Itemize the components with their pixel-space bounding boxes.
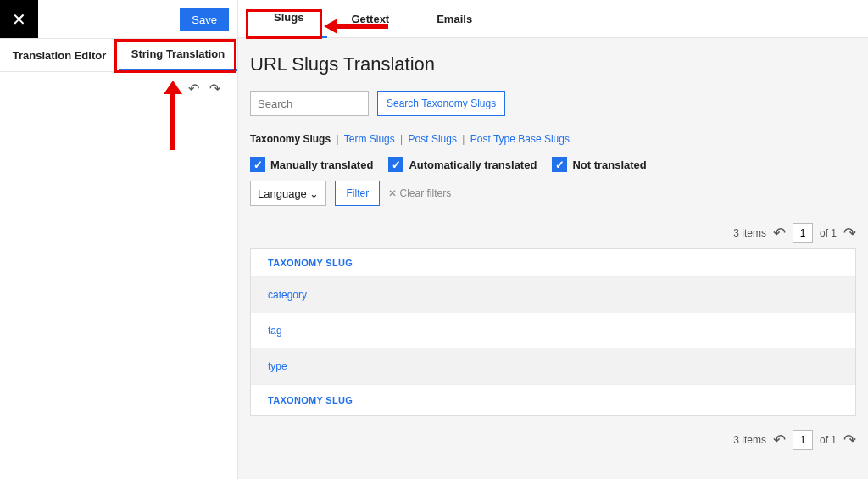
subnav-taxonomy-slugs[interactable]: Taxonomy Slugs xyxy=(250,133,331,145)
clear-filters[interactable]: ✕ Clear filters xyxy=(388,187,451,199)
redo-icon[interactable]: ↷ xyxy=(209,81,220,97)
slug-type-subnav: Taxonomy Slugs | Term Slugs | Post Slugs… xyxy=(250,133,856,145)
right-panel: Slugs Gettext Emails URL Slugs Translati… xyxy=(238,0,868,479)
top-tabs: Slugs Gettext Emails xyxy=(238,0,868,38)
filter-button[interactable]: Filter xyxy=(335,181,380,206)
checkbox-icon xyxy=(388,157,403,172)
pager-prev-icon[interactable]: ↶ xyxy=(773,224,786,242)
table-footer: TAXONOMY SLUG xyxy=(251,384,855,415)
search-input[interactable] xyxy=(250,91,369,116)
table-row[interactable]: type xyxy=(251,348,855,384)
subnav-post-type-base-slugs[interactable]: Post Type Base Slugs xyxy=(470,133,570,145)
undo-redo-group: ↶ ↷ xyxy=(188,81,220,97)
pager-bottom: 3 items ↶ of 1 ↷ xyxy=(250,430,856,450)
pager-page-input[interactable] xyxy=(793,223,813,243)
language-select[interactable]: Language ⌄ xyxy=(250,181,326,206)
save-button[interactable]: Save xyxy=(180,8,229,31)
main-area: URL Slugs Translation Search Taxonomy Sl… xyxy=(238,38,868,479)
subnav-post-slugs[interactable]: Post Slugs xyxy=(409,133,457,145)
close-icon: ✕ xyxy=(388,187,397,199)
check-not-translated[interactable]: Not translated xyxy=(552,157,646,172)
checkbox-icon xyxy=(552,157,567,172)
table-header: TAXONOMY SLUG xyxy=(251,249,855,277)
close-icon: ✕ xyxy=(12,9,26,30)
left-tabs: Translation Editor String Translation xyxy=(0,38,237,72)
top-tab-emails[interactable]: Emails xyxy=(413,0,496,38)
pager-next-icon[interactable]: ↷ xyxy=(843,431,856,449)
slug-table: TAXONOMY SLUG category tag type TAXONOMY… xyxy=(250,248,856,416)
table-row[interactable]: category xyxy=(251,277,855,313)
close-button[interactable]: ✕ xyxy=(0,0,38,38)
undo-icon[interactable]: ↶ xyxy=(188,81,199,97)
pager-prev-icon[interactable]: ↶ xyxy=(773,431,786,449)
search-taxonomy-button[interactable]: Search Taxonomy Slugs xyxy=(377,91,505,116)
tab-string-translation[interactable]: String Translation xyxy=(119,39,237,71)
pager-next-icon[interactable]: ↷ xyxy=(843,224,856,242)
pager-of-text: of 1 xyxy=(820,227,837,239)
checkbox-icon xyxy=(250,157,265,172)
pager-page-input[interactable] xyxy=(793,430,813,450)
table-row[interactable]: tag xyxy=(251,313,855,348)
pager-items-count: 3 items xyxy=(733,227,766,239)
pager-of-text: of 1 xyxy=(820,434,837,446)
chevron-down-icon: ⌄ xyxy=(309,187,319,200)
subnav-term-slugs[interactable]: Term Slugs xyxy=(344,133,395,145)
check-automatically-translated[interactable]: Automatically translated xyxy=(388,157,537,172)
pager-top: 3 items ↶ of 1 ↷ xyxy=(250,223,856,243)
top-tab-slugs[interactable]: Slugs xyxy=(250,0,327,38)
page-title: URL Slugs Translation xyxy=(250,53,856,75)
pager-items-count: 3 items xyxy=(733,434,766,446)
top-tab-gettext[interactable]: Gettext xyxy=(327,0,413,38)
tab-translation-editor[interactable]: Translation Editor xyxy=(0,39,119,71)
check-manually-translated[interactable]: Manually translated xyxy=(250,157,373,172)
left-panel: ✕ Save Translation Editor String Transla… xyxy=(0,0,238,479)
